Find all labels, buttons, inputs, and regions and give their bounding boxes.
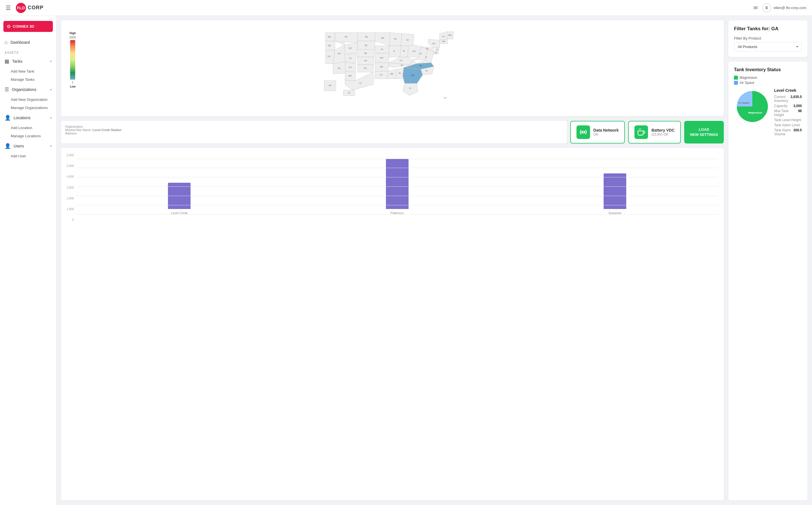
legend-low-label: Low	[70, 85, 76, 88]
tank-content: Air Space Magnesium Level Creek Current …	[734, 88, 802, 137]
tank-legend-magnesium: Magnesium	[734, 76, 802, 79]
chart-bar-group-patterson: Patterson	[294, 159, 500, 215]
svg-text:VA: VA	[425, 56, 427, 58]
stat-tank-alarm-level: Tank Alarm Level	[774, 123, 802, 127]
chart-bar-label-suwanee: Suwanee	[608, 211, 621, 215]
logo-text: CORP	[28, 5, 43, 11]
svg-text:NY: NY	[433, 42, 435, 45]
legend-high-label: High	[70, 32, 76, 35]
svg-point-93	[582, 131, 584, 133]
svg-text:MT: MT	[345, 36, 348, 38]
airspace-legend-label: Air Space	[739, 81, 754, 85]
avatar: E	[762, 3, 771, 12]
site-name-value: Level Creek Station	[93, 128, 121, 132]
svg-text:OR: OR	[328, 44, 331, 47]
svg-text:UT: UT	[349, 57, 352, 59]
chart-bar-group-level-creek: Level Creek	[76, 183, 282, 215]
connex-3d-button[interactable]: ⊙ CONNEX 3D	[3, 21, 53, 32]
sidebar-item-organizations[interactable]: ☰ Organizations ▾	[0, 83, 56, 96]
svg-text:NJ: NJ	[436, 48, 438, 50]
tank-site-name: Level Creek	[774, 88, 802, 93]
usa-map[interactable]: WA OR CA ID NV	[67, 26, 718, 111]
svg-text:NV: NV	[338, 52, 341, 55]
tank-legend-airspace: Air Space	[734, 81, 802, 85]
users-icon: 👤	[5, 143, 11, 149]
filter-by-product-label: Filter By Product	[734, 36, 802, 40]
product-filter-select[interactable]: All Products Magnesium Air Space	[734, 42, 802, 51]
chart-bar-patterson	[386, 159, 409, 209]
chart-bar-label-level-creek: Level Creek	[171, 211, 188, 215]
tanks-label: Tanks	[12, 59, 23, 63]
map-card: High 5000 1 Low WA OR	[61, 20, 724, 116]
svg-text:KY: KY	[400, 59, 402, 62]
pie-chart: Air Space Magnesium	[734, 88, 771, 125]
sidebar-item-add-user[interactable]: Add User	[0, 152, 56, 160]
svg-text:MA: MA	[442, 40, 445, 42]
magnesium-legend-label: Magnesium	[739, 76, 757, 79]
locations-icon: 👤	[5, 115, 11, 121]
chart-bar-label-patterson: Patterson	[390, 211, 404, 215]
stat-max-tank-height: Max Tank Height 96	[774, 109, 802, 117]
load-btn-line1: LOAD	[699, 127, 709, 132]
data-network-card: Data Network OK	[570, 121, 625, 144]
locations-label: Locations	[14, 116, 30, 120]
data-network-title: Data Network	[593, 128, 619, 133]
hamburger-menu-icon[interactable]: ☰	[6, 5, 11, 11]
battery-vdc-card: Battery VDC (23.8V) OK	[628, 121, 681, 144]
svg-text:WI: WI	[394, 37, 397, 40]
svg-text:CO: CO	[349, 66, 352, 68]
main-content: High 5000 1 Low WA OR	[56, 16, 812, 505]
load-btn-line2: NEW SETTINGS	[690, 133, 718, 137]
sidebar-item-dashboard[interactable]: ⌂ Dashboard	[0, 36, 56, 48]
svg-text:GA: GA	[412, 74, 415, 76]
load-settings-button[interactable]: LOAD NEW SETTINGS	[684, 121, 724, 144]
info-bar: Organization: Monitor/Site Name: Level C…	[61, 121, 724, 144]
logo: FLO CORP	[16, 3, 43, 13]
stat-tank-alarm-volume: Tank Alarm Volume 300.5	[774, 128, 802, 136]
stat-current-inventory: Current Inventory 2,635.5	[774, 95, 802, 103]
tanks-icon: ▦	[5, 58, 9, 64]
filter-card: Filter Tanks for: GA Filter By Product A…	[728, 20, 807, 57]
legend-high-value: 5000	[70, 36, 76, 39]
sidebar-item-users[interactable]: 👤 Users ▾	[0, 140, 56, 152]
svg-text:MD: MD	[435, 52, 437, 54]
svg-text:IL: IL	[393, 50, 395, 52]
dashboard-icon: ⌂	[5, 39, 8, 45]
connex-label: CONNEX 3D	[13, 24, 34, 28]
chart-bars: Level Creek Patterson Suwanee	[76, 159, 718, 222]
svg-text:TX: TX	[359, 82, 362, 85]
address-label: Address:	[65, 132, 563, 135]
mail-icon[interactable]: ✉	[753, 5, 758, 11]
svg-text:AR: AR	[380, 65, 383, 68]
sidebar-item-manage-tanks[interactable]: Manage Tanks	[0, 75, 56, 83]
sidebar-item-add-tank[interactable]: Add New Tank	[0, 67, 56, 75]
assets-section-label: ASSETS	[0, 48, 56, 55]
battery-title: Battery VDC	[652, 128, 675, 133]
legend-low-value: 1	[72, 81, 74, 84]
svg-text:OH: OH	[413, 50, 416, 52]
svg-text:NC: NC	[419, 64, 423, 67]
dashboard-label: Dashboard	[10, 40, 30, 45]
sidebar-item-add-location[interactable]: Add Location	[0, 124, 56, 132]
monitor-label: Monitor/Site Name: Level Creek Station	[65, 128, 563, 132]
airspace-color-dot	[734, 81, 738, 85]
magnesium-color-dot	[734, 76, 738, 79]
tank-inventory-card: Tank Inventory Status Magnesium Air Spac…	[728, 61, 807, 500]
location-info-card: Organization: Monitor/Site Name: Level C…	[61, 121, 567, 144]
svg-text:NH: NH	[442, 36, 445, 37]
sidebar-item-manage-locations[interactable]: Manage Locations	[0, 132, 56, 140]
svg-text:OK: OK	[364, 67, 367, 69]
chart-y-label-6: 6,000	[67, 154, 74, 157]
svg-text:NE: NE	[364, 52, 367, 54]
sidebar-item-manage-orgs[interactable]: Manage Organizations	[0, 104, 56, 112]
svg-text:MI: MI	[406, 39, 409, 41]
organizations-chevron-icon: ▾	[50, 88, 52, 92]
sidebar-item-tanks[interactable]: ▦ Tanks ▾	[0, 55, 56, 67]
chart-y-label-5: 5,000	[67, 164, 74, 167]
pie-chart-container: Air Space Magnesium	[734, 88, 771, 125]
sidebar-item-add-org[interactable]: Add New Organization	[0, 96, 56, 104]
connex-icon: ⊙	[7, 24, 10, 29]
sidebar-item-locations[interactable]: 👤 Locations ▾	[0, 112, 56, 124]
legend-gradient	[70, 40, 75, 79]
svg-text:IA: IA	[381, 48, 383, 50]
